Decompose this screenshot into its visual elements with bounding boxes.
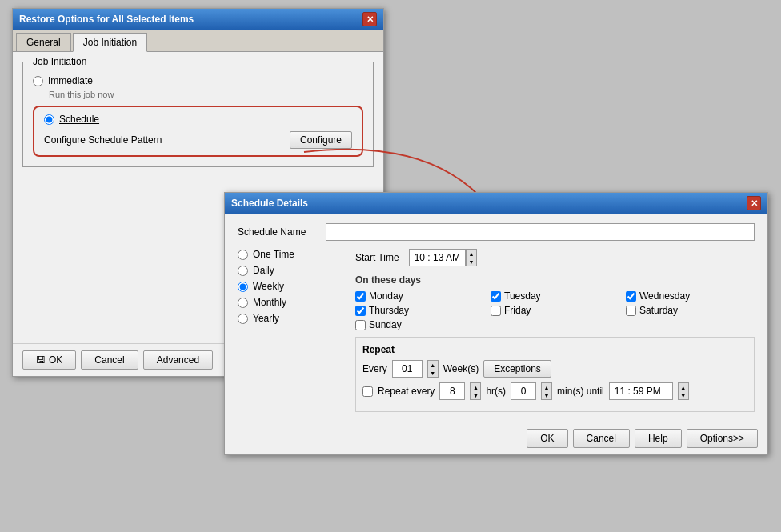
thursday-checkbox[interactable]	[355, 306, 366, 316]
daily-radio[interactable]	[238, 266, 248, 276]
repeat-every-row: Repeat every ▲ ▼ hr(s) ▲ ▼ min(s) until	[362, 382, 747, 400]
repeat-every-label: Repeat every	[378, 386, 435, 397]
schedule-dialog-content: Schedule Name One Time Daily Weekly	[225, 214, 767, 422]
wednesday-label: Wednesday	[639, 290, 690, 302]
until-time-display: 11 : 59 PM	[609, 382, 673, 400]
repeat-section: Repeat Every ▲ ▼ Week(s) Exceptions Rep	[355, 337, 755, 412]
schedule-help-button[interactable]: Help	[635, 429, 682, 448]
monday-label: Monday	[369, 290, 403, 302]
main-dialog-close-button[interactable]: ✕	[362, 12, 377, 26]
spinner-up[interactable]: ▲	[467, 250, 476, 258]
day-monday[interactable]: Monday	[355, 290, 484, 302]
immediate-label: Immediate	[48, 75, 93, 86]
min-spinner-down[interactable]: ▼	[542, 391, 551, 399]
configure-schedule-label: Configure Schedule Pattern	[44, 134, 162, 146]
wednesday-checkbox[interactable]	[626, 291, 636, 302]
start-time-spinner[interactable]: ▲ ▼	[466, 249, 477, 266]
saturday-checkbox[interactable]	[626, 306, 636, 316]
schedule-dialog-footer: OK Cancel Help Options>>	[225, 422, 767, 454]
cancel-button[interactable]: Cancel	[81, 350, 138, 370]
freq-yearly[interactable]: Yearly	[238, 313, 335, 324]
tab-job-initiation[interactable]: Job Initiation	[73, 33, 147, 52]
freq-daily[interactable]: Daily	[238, 265, 335, 276]
schedule-cancel-button[interactable]: Cancel	[573, 429, 630, 448]
tuesday-checkbox[interactable]	[491, 291, 501, 302]
day-tuesday[interactable]: Tuesday	[491, 290, 619, 302]
repeat-every-checkbox[interactable]	[362, 386, 373, 397]
weekly-label: Weekly	[253, 281, 284, 292]
schedule-dialog-title: Schedule Details	[231, 198, 308, 209]
week-unit-label: Week(s)	[443, 363, 479, 374]
hr-spinner-down[interactable]: ▼	[471, 391, 480, 399]
sunday-checkbox[interactable]	[355, 320, 366, 330]
friday-label: Friday	[504, 305, 531, 316]
days-grid: Monday Tuesday Wednesday Thursday	[355, 290, 755, 330]
one-time-radio[interactable]	[238, 250, 248, 260]
main-dialog-titlebar: Restore Options for All Selected Items ✕	[13, 9, 383, 30]
day-saturday[interactable]: Saturday	[626, 305, 755, 316]
hr-spinner[interactable]: ▲ ▼	[470, 382, 481, 400]
saturday-label: Saturday	[639, 305, 678, 316]
tuesday-label: Tuesday	[504, 290, 541, 302]
start-time-label: Start Time	[355, 252, 399, 263]
group-title: Job Initiation	[30, 56, 90, 67]
main-dialog-title: Restore Options for All Selected Items	[19, 14, 194, 25]
daily-label: Daily	[253, 265, 274, 276]
repeat-hr-input[interactable]	[439, 382, 465, 400]
friday-checkbox[interactable]	[491, 306, 501, 316]
every-spinner[interactable]: ▲ ▼	[427, 360, 439, 378]
tab-general[interactable]: General	[16, 33, 71, 51]
schedule-name-row: Schedule Name	[238, 223, 755, 241]
until-spinner-down[interactable]: ▼	[679, 391, 688, 399]
repeat-min-input[interactable]	[511, 382, 536, 400]
schedule-options-button[interactable]: Options>>	[687, 429, 758, 448]
schedule-dialog-close-button[interactable]: ✕	[747, 196, 761, 210]
every-value-input[interactable]	[392, 360, 423, 378]
monthly-label: Monthly	[253, 297, 286, 308]
start-time-input-display: 10 : 13 AM	[409, 249, 466, 266]
thursday-label: Thursday	[369, 305, 409, 316]
yearly-label: Yearly	[253, 313, 279, 324]
exceptions-button[interactable]: Exceptions	[483, 360, 551, 378]
every-spinner-down[interactable]: ▼	[428, 369, 438, 377]
day-thursday[interactable]: Thursday	[355, 305, 484, 316]
immediate-radio[interactable]	[33, 76, 43, 86]
freq-one-time[interactable]: One Time	[238, 249, 335, 260]
freq-monthly[interactable]: Monthly	[238, 297, 335, 308]
schedule-name-label: Schedule Name	[238, 226, 326, 238]
until-spinner-up[interactable]: ▲	[679, 383, 688, 391]
every-label: Every	[362, 363, 387, 374]
schedule-name-input[interactable]	[326, 223, 755, 241]
on-these-days-section: On these days Monday Tuesday Wednesda	[355, 274, 755, 330]
schedule-option[interactable]: Schedule	[44, 114, 352, 125]
until-spinner[interactable]: ▲ ▼	[678, 382, 689, 400]
monday-checkbox[interactable]	[355, 291, 366, 302]
until-time-value: 11 : 59 PM	[615, 386, 661, 397]
configure-button[interactable]: Configure	[290, 131, 352, 149]
run-this-job-text: Run this job now	[49, 90, 363, 99]
freq-weekly[interactable]: Weekly	[238, 281, 335, 292]
frequency-section: One Time Daily Weekly Monthly Yearly	[238, 249, 342, 412]
sunday-label: Sunday	[369, 319, 402, 330]
min-spinner[interactable]: ▲ ▼	[541, 382, 552, 400]
ok-label: OK	[49, 354, 62, 366]
ok-button[interactable]: 🖫 OK	[22, 350, 76, 370]
advanced-button[interactable]: Advanced	[143, 350, 213, 370]
every-spinner-up[interactable]: ▲	[428, 361, 438, 369]
spinner-down[interactable]: ▼	[467, 258, 476, 266]
main-dialog-content: Job Initiation Immediate Run this job no…	[13, 52, 383, 183]
schedule-ok-button[interactable]: OK	[527, 429, 567, 448]
main-dialog-tabs: General Job Initiation	[13, 30, 383, 52]
schedule-radio[interactable]	[44, 114, 54, 125]
monthly-radio[interactable]	[238, 298, 248, 308]
day-friday[interactable]: Friday	[491, 305, 619, 316]
immediate-option[interactable]: Immediate	[33, 75, 363, 86]
day-sunday[interactable]: Sunday	[355, 319, 484, 330]
weekly-radio[interactable]	[238, 282, 248, 292]
min-spinner-up[interactable]: ▲	[542, 383, 551, 391]
yearly-radio[interactable]	[238, 314, 248, 324]
start-time-row: Start Time 10 : 13 AM ▲ ▼	[355, 249, 755, 266]
day-wednesday[interactable]: Wednesday	[626, 290, 755, 302]
hr-spinner-up[interactable]: ▲	[471, 383, 480, 391]
schedule-dialog: Schedule Details ✕ Schedule Name One Tim…	[224, 192, 768, 455]
